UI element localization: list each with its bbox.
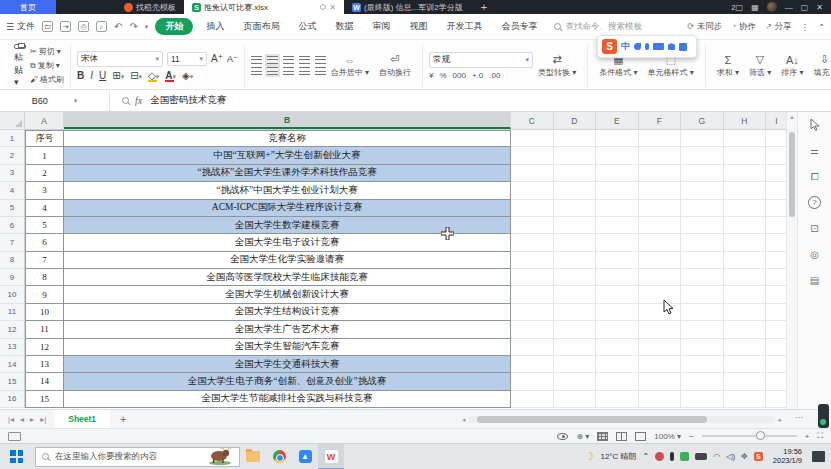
cell-empty[interactable] — [639, 252, 682, 269]
windows-start-button[interactable] — [10, 450, 23, 463]
taskbar-blue-app[interactable]: ▲ — [292, 444, 318, 469]
redo-icon[interactable]: ↷ — [129, 21, 137, 32]
cell-empty[interactable] — [724, 356, 767, 373]
weather-text[interactable]: 12°C 晴朗 — [600, 451, 636, 462]
taskbar-chrome[interactable] — [266, 444, 292, 469]
align-right-icon[interactable] — [283, 67, 294, 75]
cell-empty[interactable] — [554, 217, 597, 234]
copy-button[interactable]: ⧉ 复制 ▾ — [30, 60, 64, 71]
ribbon-tab-member[interactable]: 会员专享 — [495, 18, 543, 35]
decrease-font-icon[interactable]: A⁻ — [227, 54, 238, 64]
cell-empty[interactable] — [681, 200, 724, 217]
cell-empty[interactable] — [511, 304, 554, 321]
cell-a[interactable]: 14 — [25, 373, 64, 390]
row-number[interactable]: 3 — [0, 165, 25, 182]
cell-a[interactable]: 6 — [25, 234, 64, 251]
column-header-b-selected[interactable]: B — [64, 112, 511, 129]
borders-icon[interactable]: ⊞▾ — [112, 70, 124, 81]
row-number[interactable]: 8 — [0, 252, 25, 269]
fullscreen-icon[interactable]: ⛶ — [817, 431, 823, 441]
row-number[interactable]: 1 — [0, 130, 25, 147]
cell-empty[interactable] — [639, 234, 682, 251]
cell-empty[interactable] — [554, 269, 597, 286]
cell-b[interactable]: ACM-ICPC国际大学生程序设计竞赛 — [64, 200, 511, 217]
format-painter-button[interactable]: 🖌 格式刷 — [30, 74, 64, 85]
ribbon-tab-formulas[interactable]: 公式 — [292, 18, 322, 35]
cell-empty[interactable] — [766, 147, 787, 164]
cell-a[interactable]: 2 — [25, 165, 64, 182]
increase-decimal-icon[interactable]: +.0 — [472, 71, 483, 80]
ribbon-tab-review[interactable]: 审阅 — [366, 18, 396, 35]
cell-empty[interactable] — [554, 200, 597, 217]
notification-center-icon[interactable] — [812, 451, 825, 462]
cell-empty[interactable] — [681, 147, 724, 164]
pointer-cursor-icon[interactable] — [808, 118, 821, 131]
first-sheet-icon[interactable]: |◂ — [8, 415, 14, 424]
number-format-select[interactable]: 常规▾ — [429, 52, 533, 68]
cell-empty[interactable] — [681, 339, 724, 356]
cell-b[interactable]: 全国大学生结构设计竞赛 — [64, 304, 511, 321]
battery-icon[interactable] — [695, 453, 707, 460]
collaborate-button[interactable]: ◔ 协作 — [731, 21, 756, 33]
row-number[interactable]: 10 — [0, 286, 25, 303]
row-number[interactable]: 6 — [0, 217, 25, 234]
help-icon[interactable]: ? — [808, 196, 821, 209]
taskbar-search-box[interactable]: 在这里输入你要搜索的内容 — [35, 447, 240, 467]
increase-indent-icon[interactable] — [315, 56, 326, 64]
undo-icon[interactable]: ↶ — [114, 21, 122, 32]
cell-empty[interactable] — [724, 391, 767, 408]
cell-empty[interactable] — [639, 165, 682, 182]
ime-skin-icon[interactable] — [668, 43, 675, 50]
cell-empty[interactable] — [554, 373, 597, 390]
tab-home[interactable]: 首页 — [0, 0, 56, 14]
wrap-text-button[interactable]: ⏎ 自动换行 — [374, 44, 416, 87]
tab-docer[interactable]: 找稻壳模板 — [116, 0, 184, 14]
cell-empty[interactable] — [766, 321, 787, 338]
navigate-compass-icon[interactable]: ◎ — [808, 248, 821, 261]
quickbar-caret-icon[interactable]: ▾ — [145, 23, 149, 31]
column-header-i[interactable]: I — [766, 112, 787, 129]
command-search[interactable]: 查找命令、搜索模板 — [554, 21, 642, 33]
column-header-d[interactable]: D — [554, 112, 597, 129]
tray-expand-icon[interactable]: ⌃ — [643, 452, 650, 461]
cell-empty[interactable] — [554, 391, 597, 408]
cell-b[interactable]: “挑战杯”中国大学生创业计划大赛 — [64, 182, 511, 199]
row-number[interactable]: 2 — [0, 147, 25, 164]
cell-empty[interactable] — [596, 200, 639, 217]
wifi-icon[interactable]: ◠ — [713, 452, 720, 461]
cell-empty[interactable] — [639, 321, 682, 338]
cell-a[interactable]: 7 — [25, 252, 64, 269]
cell-empty[interactable] — [511, 165, 554, 182]
cell-empty[interactable] — [681, 269, 724, 286]
sogou-tray-icon[interactable]: S — [754, 452, 763, 461]
vertical-scroll-thumb[interactable] — [789, 132, 795, 217]
collapse-ribbon-icon[interactable]: ⌃ — [818, 22, 825, 32]
column-header-e[interactable]: E — [596, 112, 639, 129]
cell-b[interactable]: 全国大学生化学实验邀请赛 — [64, 252, 511, 269]
column-header-a[interactable]: A — [25, 112, 64, 129]
cell-empty[interactable] — [554, 321, 597, 338]
fill-color-icon[interactable]: ◇▾ — [148, 70, 159, 81]
cell-empty[interactable] — [639, 182, 682, 199]
fill-button[interactable]: ⇩ 填充 ▾ — [808, 44, 831, 87]
decrease-indent-icon[interactable] — [299, 56, 310, 64]
cell-format-icon[interactable]: ⧠ — [808, 170, 821, 183]
add-sheet-button[interactable]: + — [110, 413, 136, 425]
cell-b[interactable]: “挑战杯”全国大学生课外学术科技作品竞赛 — [64, 165, 511, 182]
ribbon-tab-home[interactable]: 开始 — [155, 18, 193, 35]
last-sheet-icon[interactable]: ▸| — [40, 415, 46, 424]
sync-status[interactable]: ⟳ 未同步 — [687, 21, 722, 33]
column-header-c[interactable]: C — [511, 112, 554, 129]
cell-empty[interactable] — [511, 130, 554, 147]
cell-empty[interactable] — [511, 147, 554, 164]
tray-app1-icon[interactable] — [655, 452, 664, 461]
cell-empty[interactable] — [766, 304, 787, 321]
cell-a[interactable]: 10 — [25, 304, 64, 321]
cell-empty[interactable] — [511, 217, 554, 234]
cell-empty[interactable] — [554, 234, 597, 251]
cell-a[interactable]: 9 — [25, 286, 64, 303]
zoom-formula-icon[interactable] — [122, 97, 129, 104]
share-button[interactable]: ↗ 分享 — [765, 21, 792, 33]
cell-empty[interactable] — [596, 252, 639, 269]
row-number[interactable]: 5 — [0, 200, 25, 217]
